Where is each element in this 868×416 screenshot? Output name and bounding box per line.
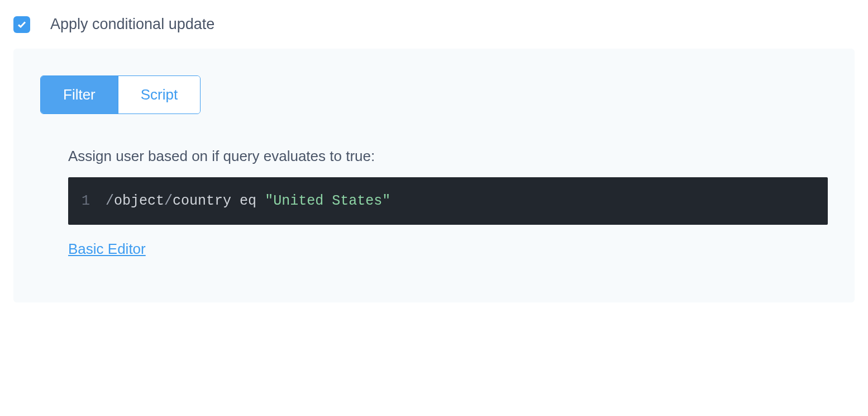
- line-number: 1: [82, 193, 90, 209]
- query-editor[interactable]: 1 /object/country eq "United States": [68, 177, 828, 225]
- code-line: /object/country eq "United States": [106, 193, 390, 209]
- apply-conditional-update-checkbox[interactable]: [13, 16, 30, 33]
- conditional-update-row: Apply conditional update: [13, 16, 855, 33]
- conditional-panel: Filter Script Assign user based on if qu…: [13, 49, 855, 302]
- filter-script-tabs: Filter Script: [40, 75, 201, 114]
- code-token-country: country: [173, 193, 231, 209]
- code-token-eq: eq: [240, 193, 256, 209]
- code-token-slash: /: [164, 193, 173, 209]
- tab-filter[interactable]: Filter: [41, 76, 118, 114]
- code-token-space: [231, 193, 240, 209]
- filter-content: Assign user based on if query evaluates …: [40, 148, 828, 258]
- apply-conditional-update-label: Apply conditional update: [50, 16, 214, 33]
- code-token-slash: /: [106, 193, 114, 209]
- code-token-object: object: [114, 193, 164, 209]
- code-token-string: "United States": [265, 193, 390, 209]
- tab-script[interactable]: Script: [118, 76, 200, 114]
- check-icon: [17, 20, 26, 29]
- instruction-text: Assign user based on if query evaluates …: [68, 148, 828, 165]
- code-token-space: [256, 193, 265, 209]
- basic-editor-link[interactable]: Basic Editor: [68, 240, 146, 258]
